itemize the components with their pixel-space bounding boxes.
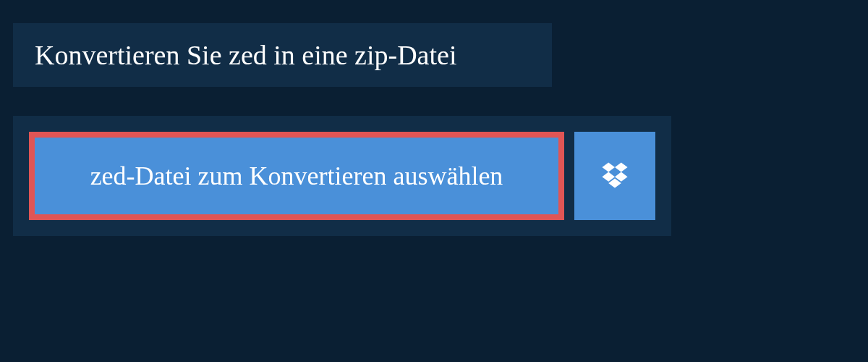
- svg-marker-0: [602, 162, 615, 172]
- select-file-label: zed-Datei zum Konvertieren auswählen: [90, 161, 503, 191]
- upload-panel: zed-Datei zum Konvertieren auswählen: [13, 116, 671, 236]
- dropbox-button[interactable]: [574, 132, 655, 220]
- header-bar: Konvertieren Sie zed in eine zip-Datei: [13, 23, 552, 87]
- page-title: Konvertieren Sie zed in eine zip-Datei: [35, 39, 530, 71]
- svg-marker-1: [615, 162, 628, 172]
- dropbox-icon: [599, 159, 631, 193]
- select-file-button[interactable]: zed-Datei zum Konvertieren auswählen: [29, 132, 564, 220]
